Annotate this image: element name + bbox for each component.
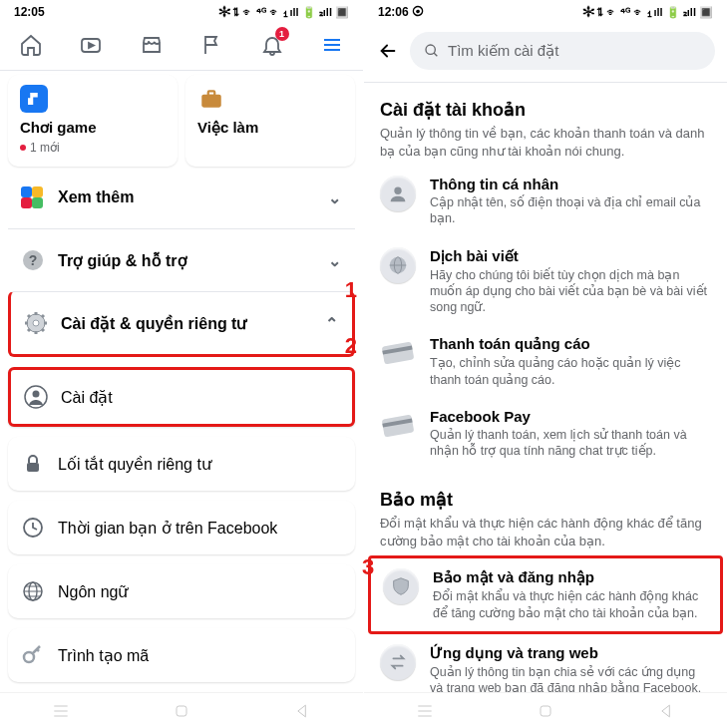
lock-icon bbox=[20, 451, 46, 477]
annotation-3: 3 bbox=[362, 554, 374, 580]
settings-item[interactable]: Cài đặt bbox=[8, 367, 355, 427]
status-icons: ✻ ⇅ ᯤ ⁴ᴳ ᯤ ₁ıll 🔋 ₂ıll 🔳 bbox=[219, 6, 349, 19]
item-title: Facebook Pay bbox=[430, 408, 711, 425]
shortcut-row: Chơi game 1 mới Việc làm bbox=[8, 75, 355, 167]
bell-badge: 1 bbox=[275, 27, 289, 41]
nav-back-icon[interactable] bbox=[292, 701, 312, 721]
svg-rect-16 bbox=[177, 706, 186, 716]
nav-recents-icon[interactable] bbox=[415, 701, 435, 721]
section-desc: Đổi mật khẩu và thực hiện các hành động … bbox=[380, 515, 711, 549]
search-placeholder: Tìm kiếm cài đặt bbox=[448, 42, 558, 60]
hamburger-icon[interactable] bbox=[313, 28, 351, 62]
nav-recents-icon[interactable] bbox=[51, 701, 71, 721]
item-personal-info[interactable]: Thông tin cá nhânCập nhật tên, số điện t… bbox=[364, 166, 727, 237]
shortcut-sub: 1 mới bbox=[20, 141, 166, 155]
privacy-shortcut-item[interactable]: Lối tắt quyền riêng tư bbox=[8, 437, 355, 491]
item-security-login[interactable]: Bảo mật và đăng nhậpĐổi mật khẩu và thực… bbox=[368, 555, 723, 634]
security-section: Bảo mật Đổi mật khẩu và thực hiện các hà… bbox=[364, 469, 727, 555]
account-section: Cài đặt tài khoản Quản lý thông tin về b… bbox=[364, 83, 727, 166]
see-more-row[interactable]: Xem thêm ⌄ bbox=[8, 167, 355, 228]
shield-icon bbox=[383, 568, 419, 604]
item-desc: Đổi mật khẩu và thực hiện các hành động … bbox=[433, 588, 708, 621]
code-gen-item[interactable]: Trình tạo mã bbox=[8, 628, 355, 682]
search-header: Tìm kiếm cài đặt bbox=[364, 24, 727, 83]
status-bar: 12:05 ✻ ⇅ ᯤ ⁴ᴳ ᯤ ₁ıll 🔋 ₂ıll 🔳 bbox=[0, 0, 363, 24]
bell-icon[interactable]: 1 bbox=[253, 28, 291, 62]
globe-icon bbox=[20, 578, 46, 604]
privacy-shortcut-label: Lối tắt quyền riêng tư bbox=[58, 455, 211, 474]
flag-icon[interactable] bbox=[192, 28, 230, 62]
help-icon: ? bbox=[20, 247, 46, 273]
new-dot-icon bbox=[20, 145, 26, 151]
settings-privacy-row[interactable]: Cài đặt & quyền riêng tư ⌃ bbox=[8, 291, 355, 357]
messenger-icon: ⦿ bbox=[412, 5, 424, 19]
shortcut-gaming[interactable]: Chơi game 1 mới bbox=[8, 75, 178, 167]
section-title: Cài đặt tài khoản bbox=[380, 99, 711, 121]
time-on-fb-item[interactable]: Thời gian bạn ở trên Facebook bbox=[8, 501, 355, 554]
item-title: Dịch bài viết bbox=[430, 247, 711, 265]
settings-privacy-label: Cài đặt & quyền riêng tư bbox=[61, 314, 246, 333]
nav-back-icon[interactable] bbox=[656, 701, 676, 721]
status-time: 12:05 bbox=[14, 5, 45, 19]
chevron-down-icon: ⌄ bbox=[328, 251, 341, 270]
language-item[interactable]: Ngôn ngữ bbox=[8, 564, 355, 618]
item-ad-payments[interactable]: Thanh toán quảng cáoTạo, chỉnh sửa quảng… bbox=[364, 325, 727, 398]
annotation-1: 1 bbox=[345, 277, 357, 303]
phone-right: 12:06 ⦿ ✻ ⇅ ᯤ ⁴ᴳ ᯤ ₁ıll 🔋 ₂ıll 🔳 Tìm kiế… bbox=[364, 0, 728, 728]
item-title: Thanh toán quảng cáo bbox=[430, 335, 711, 353]
swap-icon bbox=[380, 644, 416, 680]
svg-rect-9 bbox=[27, 463, 39, 472]
top-nav: 1 bbox=[0, 24, 363, 71]
gear-icon bbox=[23, 310, 49, 336]
key-icon bbox=[20, 642, 46, 668]
item-translate[interactable]: Dịch bài viếtHãy cho chúng tôi biết tùy … bbox=[364, 237, 727, 326]
nav-home-icon[interactable] bbox=[536, 701, 555, 721]
back-icon[interactable] bbox=[376, 39, 400, 63]
item-desc: Quản lý thanh toán, xem lịch sử thanh to… bbox=[430, 427, 711, 460]
svg-rect-25 bbox=[541, 706, 550, 716]
time-label: Thời gian bạn ở trên Facebook bbox=[58, 519, 277, 538]
shortcut-title: Việc làm bbox=[197, 119, 343, 137]
nav-footer bbox=[364, 692, 727, 728]
svg-point-18 bbox=[394, 187, 401, 194]
phone-left: 12:05 ✻ ⇅ ᯤ ⁴ᴳ ᯤ ₁ıll 🔋 ₂ıll 🔳 1 Chơi ga… bbox=[0, 0, 364, 728]
see-more-label: Xem thêm bbox=[58, 188, 134, 206]
card-icon bbox=[380, 408, 416, 444]
code-gen-label: Trình tạo mã bbox=[58, 646, 149, 665]
search-input[interactable]: Tìm kiếm cài đặt bbox=[410, 32, 715, 70]
svg-point-17 bbox=[426, 45, 435, 54]
item-apps-websites[interactable]: Ứng dụng và trang webQuản lý thông tin b… bbox=[364, 634, 727, 692]
nav-home-icon[interactable] bbox=[172, 701, 191, 721]
svg-text:?: ? bbox=[29, 252, 38, 268]
item-desc: Tạo, chỉnh sửa quảng cáo hoặc quản lý vi… bbox=[430, 355, 711, 388]
language-label: Ngôn ngữ bbox=[58, 582, 129, 601]
watch-icon[interactable] bbox=[72, 28, 110, 62]
section-desc: Quản lý thông tin về bạn, các khoản than… bbox=[380, 125, 711, 160]
jobs-icon bbox=[197, 85, 225, 113]
svg-point-13 bbox=[24, 652, 34, 662]
clock-icon bbox=[20, 515, 46, 541]
shortcut-title: Chơi game bbox=[20, 119, 166, 137]
item-desc: Cập nhật tên, số điện thoại và địa chỉ e… bbox=[430, 194, 711, 227]
search-icon bbox=[424, 43, 440, 59]
shortcut-jobs[interactable]: Việc làm bbox=[185, 75, 355, 167]
home-icon[interactable] bbox=[12, 28, 50, 62]
nav-footer bbox=[0, 692, 363, 728]
globe-icon bbox=[380, 247, 416, 283]
marketplace-icon[interactable] bbox=[133, 28, 171, 62]
right-content: Cài đặt tài khoản Quản lý thông tin về b… bbox=[364, 83, 727, 692]
status-icons: ✻ ⇅ ᯤ ⁴ᴳ ᯤ ₁ıll 🔋 ₂ıll 🔳 bbox=[583, 6, 713, 19]
section-title: Bảo mật bbox=[380, 489, 711, 511]
status-time: 12:06 bbox=[378, 5, 409, 19]
gaming-icon bbox=[20, 85, 48, 113]
svg-point-6 bbox=[33, 320, 39, 326]
item-desc: Quản lý thông tin bạn chia sẻ với các ứn… bbox=[430, 664, 711, 692]
person-icon bbox=[380, 176, 416, 211]
help-support-row[interactable]: ? Trợ giúp & hỗ trợ ⌄ bbox=[8, 228, 355, 291]
item-facebook-pay[interactable]: Facebook PayQuản lý thanh toán, xem lịch… bbox=[364, 398, 727, 470]
help-label: Trợ giúp & hỗ trợ bbox=[58, 251, 187, 270]
svg-rect-2 bbox=[208, 91, 215, 95]
item-title: Bảo mật và đăng nhập bbox=[433, 568, 708, 586]
apps-grid-icon bbox=[20, 184, 46, 210]
annotation-2: 2 bbox=[345, 333, 357, 359]
